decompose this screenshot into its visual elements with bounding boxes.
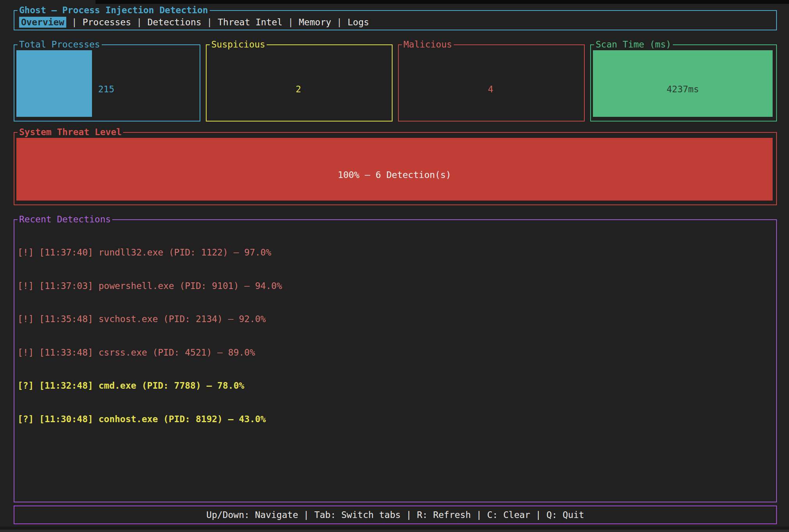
tab-bar: Overview | Processes | Detections | Thre… — [14, 11, 776, 30]
scan-time-gauge: 4237ms — [593, 50, 773, 117]
tab-overview[interactable]: Overview — [19, 17, 66, 28]
gauge-value: 4237ms — [593, 56, 773, 122]
detection-row[interactable]: [!] [11:37:40] rundll32.exe (PID: 1122) … — [18, 247, 773, 258]
window-top-edge — [96, 0, 789, 4]
detection-row[interactable]: [?] [11:30:48] conhost.exe (PID: 8192) —… — [18, 414, 773, 425]
detection-row[interactable]: [!] [11:35:48] svchost.exe (PID: 2134) —… — [18, 314, 773, 325]
window-bottom-edge — [0, 527, 789, 530]
tab-logs[interactable]: Logs — [347, 17, 369, 27]
gauge-value: 215 — [16, 56, 196, 122]
detection-row[interactable]: [!] [11:33:48] csrss.exe (PID: 4521) — 8… — [18, 347, 773, 358]
threat-level-gauge: 100% — 6 Detection(s) — [16, 138, 773, 201]
tab-memory[interactable]: Memory — [299, 17, 331, 27]
tab-separator-icon: | — [207, 17, 212, 27]
detections-list: [!] [11:37:40] rundll32.exe (PID: 1122) … — [18, 225, 773, 447]
threat-level-title: System Threat Level — [18, 127, 123, 137]
recent-detections-panel: Recent Detections [!] [11:37:40] rundll3… — [14, 219, 777, 502]
detection-row[interactable]: [!] [11:37:03] powershell.exe (PID: 9101… — [18, 280, 773, 292]
header-panel: Ghost — Process Injection Detection Over… — [14, 10, 777, 30]
stat-title: Total Processes — [18, 39, 102, 49]
threat-level-value: 100% — 6 Detection(s) — [16, 143, 773, 206]
malicious-gauge: 4 — [401, 50, 580, 117]
stat-title: Malicious — [402, 39, 454, 49]
footer-hints: Up/Down: Navigate | Tab: Switch tabs | R… — [14, 506, 776, 523]
gauge-value: 2 — [209, 56, 388, 122]
tab-separator-icon: | — [288, 17, 294, 27]
app-screen: Ghost — Process Injection Detection Over… — [0, 0, 789, 532]
tab-processes[interactable]: Processes — [83, 17, 131, 27]
recent-detections-title: Recent Detections — [18, 214, 112, 224]
tab-detections[interactable]: Detections — [147, 17, 201, 27]
detection-row[interactable]: [?] [11:32:48] cmd.exe (PID: 7788) — 78.… — [18, 380, 773, 391]
stat-title: Suspicious — [210, 39, 267, 49]
tab-threat-intel[interactable]: Threat Intel — [218, 17, 282, 27]
stat-title: Scan Time (ms) — [594, 39, 673, 49]
stat-scan-time: Scan Time (ms) 4237ms — [590, 44, 777, 122]
gauge-value: 4 — [401, 56, 580, 122]
total-processes-gauge: 215 — [16, 50, 196, 117]
window-bottom-border — [0, 530, 789, 532]
tab-separator-icon: | — [136, 17, 142, 27]
threat-level-panel: System Threat Level 100% — 6 Detection(s… — [14, 132, 777, 205]
stat-suspicious: Suspicious 2 — [206, 44, 393, 122]
stat-malicious: Malicious 4 — [398, 44, 585, 122]
tab-separator-icon: | — [337, 17, 342, 27]
stat-total-processes: Total Processes 215 — [14, 44, 200, 122]
tab-separator-icon: | — [72, 17, 77, 27]
suspicious-gauge: 2 — [209, 50, 388, 117]
footer-hints-panel: Up/Down: Navigate | Tab: Switch tabs | R… — [14, 506, 777, 524]
